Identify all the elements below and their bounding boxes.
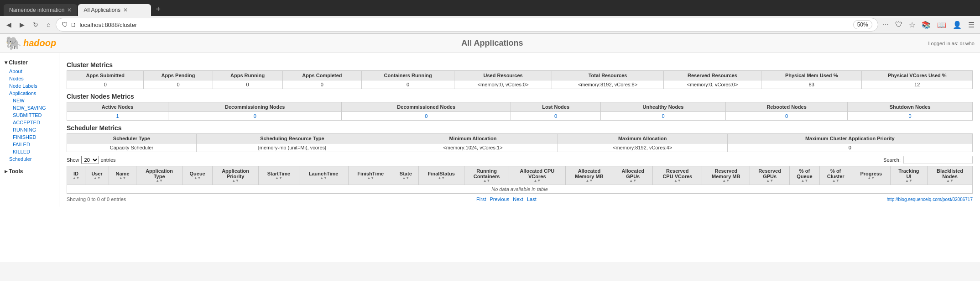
val-phys-vcores: 12 [862,80,973,89]
th-allocated-cpu[interactable]: Allocated CPUVCores▲▼ [509,166,565,185]
search-input[interactable] [903,156,973,164]
sidebar-tools-heading[interactable]: Tools [0,166,59,176]
th-finishtime[interactable]: FinishTime▲▼ [348,166,393,185]
home-button[interactable]: ⌂ [44,19,53,30]
th-name[interactable]: Name▲▼ [109,166,136,185]
sidebar-item-accepted[interactable]: ACCEPTED [0,119,59,126]
th-blacklisted-nodes[interactable]: BlacklistedNodes▲▼ [927,166,972,185]
th-progress[interactable]: Progress▲▼ [852,166,890,185]
refresh-button[interactable]: ↻ [30,19,41,30]
val-rebooted-nodes[interactable]: 0 [725,112,847,121]
col-reserved-resources: Reserved Resources [663,71,761,80]
pagination-last[interactable]: Last [527,196,537,202]
forward-button[interactable]: ▶ [17,19,27,30]
th-pct-queue[interactable]: % ofQueue▲▼ [790,166,820,185]
sidebar-item-applications[interactable]: Applications [0,90,59,97]
col-used-resources: Used Resources [454,71,552,80]
status-url: http://blog.sequenceiq.com/post/02086717 [887,197,973,202]
sidebar-item-new[interactable]: NEW [0,97,59,104]
browser-chrome: Namenode information ✕ All Applications … [0,0,980,16]
col-rebooted-nodes: Rebooted Nodes [725,102,847,112]
th-state[interactable]: State▲▼ [393,166,418,185]
sidebar-item-scheduler[interactable]: Scheduler [0,155,59,163]
th-finalstatus[interactable]: FinalStatus▲▼ [418,166,464,185]
new-tab-button[interactable]: + [152,3,164,16]
sidebar-item-failed[interactable]: FAILED [0,141,59,148]
main-content: Cluster Metrics Apps Submitted Apps Pend… [59,53,980,207]
url-bar[interactable]: 🛡 🗋 localhost:8088/cluster 50% [56,18,878,32]
th-application-type[interactable]: ApplicationType▲▼ [136,166,182,185]
applications-table: ID▲▼ User▲▼ Name▲▼ ApplicationType▲▼ Que… [67,166,973,194]
sidebar-item-nodelabels[interactable]: Node Labels [0,82,59,90]
th-running-containers[interactable]: RunningContainers▲▼ [464,166,509,185]
val-scheduling-resource-type: [memory-mb (unit=Mi), vcores] [196,143,388,152]
hadoop-logo-top: 🐘 hadoop [5,36,56,51]
page: 🐘 hadoop All Applications Logged in as: … [0,34,980,262]
val-lost-nodes[interactable]: 0 [511,112,601,121]
pagination-previous[interactable]: Previous [490,196,509,202]
pagination-next[interactable]: Next [513,196,523,202]
sidebar-item-about[interactable]: About [0,68,59,75]
pagination-first[interactable]: First [476,196,486,202]
elephant-icon: 🐘 [5,36,21,51]
th-launchtime[interactable]: LaunchTime▲▼ [299,166,348,185]
th-reserved-memory[interactable]: ReservedMemory MB▲▼ [702,166,750,185]
col-scheduling-resource-type: Scheduling Resource Type [196,134,388,143]
sidebar-item-killed[interactable]: KILLED [0,148,59,155]
col-lost-nodes: Lost Nodes [511,102,601,112]
th-queue[interactable]: Queue▲▼ [182,166,213,185]
bookmark-icon[interactable]: ☆ [907,20,917,30]
more-icon[interactable]: ··· [881,20,891,30]
library-icon[interactable]: 📚 [920,20,933,30]
val-min-allocation: <memory:1024, vCores:1> [388,143,558,152]
no-data-row: No data available in table [67,185,973,194]
account-icon[interactable]: 👤 [951,20,964,30]
th-tracking-ui[interactable]: TrackingUI▲▼ [890,166,927,185]
val-active-nodes[interactable]: 1 [67,112,168,121]
th-reserved-cpu[interactable]: ReservedCPU VCores▲▼ [653,166,702,185]
th-application-priority[interactable]: ApplicationPriority▲▼ [212,166,258,185]
th-user[interactable]: User▲▼ [85,166,109,185]
val-decommissioned-nodes[interactable]: 0 [342,112,511,121]
nav-bar: ◀ ▶ ↻ ⌂ 🛡 🗋 localhost:8088/cluster 50% ·… [0,16,980,34]
reader-icon[interactable]: 📖 [935,20,948,30]
col-phys-mem: Physical Mem Used % [761,71,862,80]
col-max-allocation: Maximum Allocation [558,134,727,143]
tab-namenode-close[interactable]: ✕ [67,7,72,13]
th-allocated-gpus[interactable]: AllocatedGPUs▲▼ [613,166,653,185]
tab-allapps[interactable]: All Applications ✕ [78,4,151,16]
col-unhealthy-nodes: Unhealthy Nodes [601,102,726,112]
col-phys-vcores: Physical VCores Used % [862,71,973,80]
shield-nav-icon[interactable]: 🛡 [893,20,904,30]
val-shutdown-nodes[interactable]: 0 [848,112,973,121]
cluster-nodes-title: Cluster Nodes Metrics [67,93,973,100]
sidebar-item-submitted[interactable]: SUBMITTED [0,111,59,119]
url-text[interactable]: localhost:8088/cluster [79,21,850,28]
zoom-pill[interactable]: 50% [853,20,872,29]
entries-select[interactable]: 20 [81,156,99,164]
th-allocated-memory[interactable]: AllocatedMemory MB▲▼ [565,166,613,185]
sidebar-item-running[interactable]: RUNNING [0,126,59,133]
sidebar-item-finished[interactable]: FINISHED [0,133,59,141]
top-bar: 🐘 hadoop All Applications Logged in as: … [0,34,980,53]
sidebar-cluster-heading[interactable]: Cluster [0,58,59,68]
th-reserved-gpus[interactable]: ReservedGPUs▲▼ [750,166,790,185]
entries-label: entries [101,157,116,163]
th-starttime[interactable]: StartTime▲▼ [259,166,299,185]
back-button[interactable]: ◀ [4,19,14,30]
col-active-nodes: Active Nodes [67,102,168,112]
tab-allapps-close[interactable]: ✕ [123,7,128,13]
tab-namenode[interactable]: Namenode information ✕ [4,4,77,16]
page-main-title: All Applications [461,38,523,48]
sidebar-item-nodes[interactable]: Nodes [0,75,59,82]
menu-icon[interactable]: ☰ [966,20,976,30]
th-pct-cluster[interactable]: % ofCluster▲▼ [819,166,852,185]
val-decommissioning-nodes[interactable]: 0 [168,112,342,121]
cluster-metrics-title: Cluster Metrics [67,61,973,69]
col-apps-pending: Apps Pending [144,71,213,80]
val-unhealthy-nodes[interactable]: 0 [601,112,726,121]
sidebar-item-new-saving[interactable]: NEW_SAVING [0,104,59,111]
pagination-links: First Previous Next Last [476,196,537,202]
th-id[interactable]: ID▲▼ [67,166,85,185]
col-shutdown-nodes: Shutdown Nodes [848,102,973,112]
